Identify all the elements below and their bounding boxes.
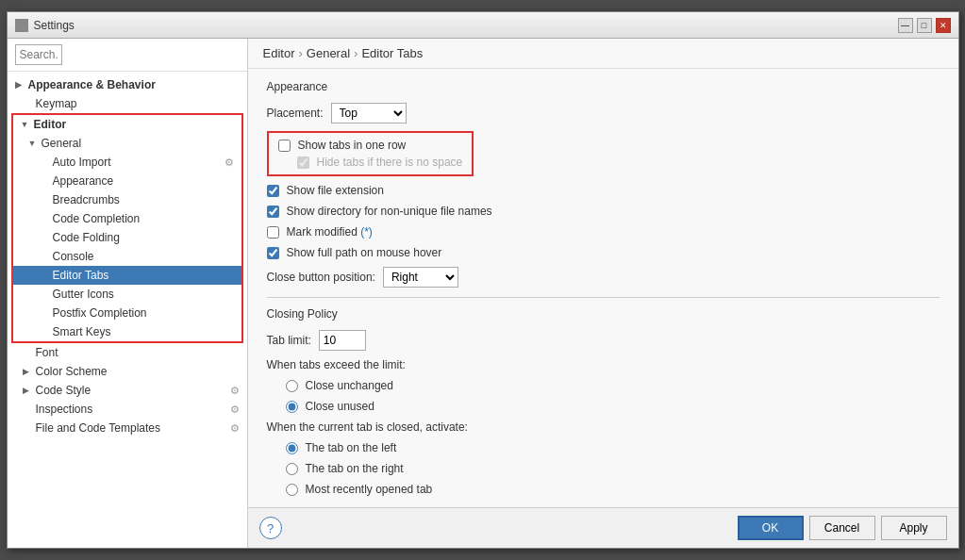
gear-icon: ⚙ [230, 385, 240, 397]
close-unused-radio[interactable] [286, 401, 298, 413]
sidebar-item-label: Console [53, 250, 94, 263]
close-button[interactable]: ✕ [936, 18, 951, 33]
ok-button[interactable]: OK [738, 516, 804, 540]
most-recently-radio[interactable] [286, 484, 298, 496]
expand-arrow: ▶ [23, 386, 32, 395]
close-unchanged-radio[interactable] [286, 380, 298, 392]
footer: ? OK Cancel Apply [248, 507, 958, 548]
close-button-label: Close button position: [267, 271, 375, 284]
sidebar-item-code-completion[interactable]: Code Completion [13, 209, 241, 228]
tab-limit-row: Tab limit: [267, 330, 940, 351]
sidebar-item-appearance[interactable]: Appearance [13, 172, 241, 190]
mark-modified-checkbox[interactable] [267, 226, 279, 239]
hide-tabs-row: Hide tabs if there is no space [278, 156, 463, 169]
sidebar-item-label: Code Folding [53, 231, 120, 244]
sidebar-item-label: Editor Tabs [53, 269, 109, 282]
tabs-checkbox-group: Show tabs in one row Hide tabs if there … [267, 131, 474, 176]
sidebar-item-postfix-completion[interactable]: Postfix Completion [13, 304, 241, 322]
placement-row: Placement: Top Bottom Left Right [267, 103, 940, 124]
tab-on-left-row: The tab on the left [267, 441, 940, 454]
sidebar-item-label: Appearance [53, 174, 114, 188]
sidebar-item-editor-tabs[interactable]: Editor Tabs [13, 266, 241, 285]
tab-on-left-radio[interactable] [286, 442, 298, 454]
sidebar-item-label: Auto Import [53, 156, 111, 169]
sidebar-item-console[interactable]: Console [13, 247, 241, 266]
show-tabs-label[interactable]: Show tabs in one row [298, 139, 407, 152]
show-directory-label[interactable]: Show directory for non-unique file names [287, 205, 492, 218]
sidebar-item-breadcrumbs[interactable]: Breadcrumbs [13, 190, 241, 209]
cancel-button[interactable]: Cancel [809, 516, 875, 540]
tab-limit-input[interactable] [319, 330, 366, 351]
show-full-path-row: Show full path on mouse hover [267, 246, 940, 259]
sidebar-item-code-style[interactable]: ▶ Code Style ⚙ [8, 381, 247, 400]
help-button[interactable]: ? [259, 517, 282, 539]
tab-on-right-label[interactable]: The tab on the right [306, 462, 404, 475]
tree: ▶ Appearance & Behavior Keymap ▼ Editor [8, 72, 247, 548]
placement-select[interactable]: Top Bottom Left Right [331, 103, 407, 124]
sidebar-item-general[interactable]: ▼ General [13, 134, 241, 153]
when-exceed-label: When tabs exceed the limit: [267, 358, 406, 371]
settings-window: Settings — □ ✕ ▶ Appearance & Behavior [7, 11, 959, 549]
close-unused-row: Close unused [267, 400, 940, 413]
sidebar-item-editor[interactable]: ▼ Editor [13, 115, 241, 134]
most-recently-row: Most recently opened tab [267, 483, 940, 496]
hide-tabs-checkbox[interactable] [297, 156, 309, 169]
show-tabs-checkbox[interactable] [278, 140, 291, 152]
show-file-ext-checkbox[interactable] [267, 185, 279, 197]
sidebar-item-label: Smart Keys [53, 325, 111, 338]
divider1 [267, 297, 940, 298]
tab-on-left-label[interactable]: The tab on the left [306, 441, 397, 454]
expand-arrow: ▼ [28, 139, 38, 148]
mark-modified-star: (*) [360, 225, 373, 239]
sidebar-item-file-code-templates[interactable]: File and Code Templates ⚙ [8, 419, 247, 437]
gear-icon: ⚙ [230, 422, 240, 435]
sidebar-item-smart-keys[interactable]: Smart Keys [13, 322, 241, 341]
sidebar-item-font[interactable]: Font [8, 343, 247, 362]
hide-tabs-label[interactable]: Hide tabs if there is no space [317, 156, 463, 169]
expand-arrow: ▶ [15, 80, 25, 90]
close-unchanged-row: Close unchanged [267, 379, 940, 392]
sidebar-item-gutter-icons[interactable]: Gutter Icons [13, 285, 241, 304]
maximize-button[interactable]: □ [917, 18, 932, 33]
sidebar-item-label: Keymap [36, 97, 77, 110]
show-full-path-label[interactable]: Show full path on mouse hover [287, 246, 442, 259]
content-area: ▶ Appearance & Behavior Keymap ▼ Editor [8, 39, 958, 548]
close-unused-label[interactable]: Close unused [306, 400, 374, 413]
sidebar-item-auto-import[interactable]: Auto Import ⚙ [13, 153, 241, 172]
sidebar-item-label: Code Completion [53, 212, 141, 225]
show-directory-row: Show directory for non-unique file names [267, 205, 940, 218]
close-unchanged-label[interactable]: Close unchanged [306, 379, 393, 392]
sidebar-item-label: Gutter Icons [53, 288, 114, 301]
gear-icon: ⚙ [225, 156, 234, 169]
sidebar-item-code-folding[interactable]: Code Folding [13, 228, 241, 247]
gear-icon: ⚙ [230, 404, 240, 416]
breadcrumb-sep1: › [298, 46, 302, 60]
sidebar-item-color-scheme[interactable]: ▶ Color Scheme [8, 362, 247, 381]
mark-modified-row: Mark modified (*) [267, 225, 940, 239]
close-button-row: Close button position: Right Left None [267, 267, 940, 288]
search-input[interactable] [15, 44, 62, 65]
sidebar-item-keymap[interactable]: Keymap [8, 94, 247, 113]
show-full-path-checkbox[interactable] [267, 247, 279, 259]
minimize-button[interactable]: — [898, 18, 913, 33]
show-file-ext-row: Show file extension [267, 184, 940, 197]
title-bar-controls: — □ ✕ [898, 18, 951, 33]
show-directory-checkbox[interactable] [267, 206, 279, 218]
tab-limit-label: Tab limit: [267, 334, 311, 347]
closing-policy-title: Closing Policy [267, 307, 940, 321]
sidebar-item-label: Code Style [36, 384, 92, 397]
mark-modified-label: Mark modified (*) [287, 225, 373, 239]
tab-on-right-radio[interactable] [286, 463, 298, 475]
sidebar-item-appearance-behavior[interactable]: ▶ Appearance & Behavior [8, 75, 247, 94]
appearance-section-title: Appearance [267, 80, 940, 93]
close-button-select[interactable]: Right Left None [383, 267, 458, 288]
sidebar-item-label: Editor [34, 118, 67, 131]
most-recently-label[interactable]: Most recently opened tab [306, 483, 433, 496]
show-file-ext-label[interactable]: Show file extension [287, 184, 384, 197]
sidebar-item-inspections[interactable]: Inspections ⚙ [8, 400, 247, 419]
breadcrumb: Editor › General › Editor Tabs [248, 39, 958, 69]
apply-button[interactable]: Apply [881, 516, 947, 540]
sidebar-item-label: Appearance & Behavior [28, 78, 156, 91]
when-exceed-label-row: When tabs exceed the limit: [267, 358, 940, 371]
sidebar: ▶ Appearance & Behavior Keymap ▼ Editor [8, 39, 248, 548]
